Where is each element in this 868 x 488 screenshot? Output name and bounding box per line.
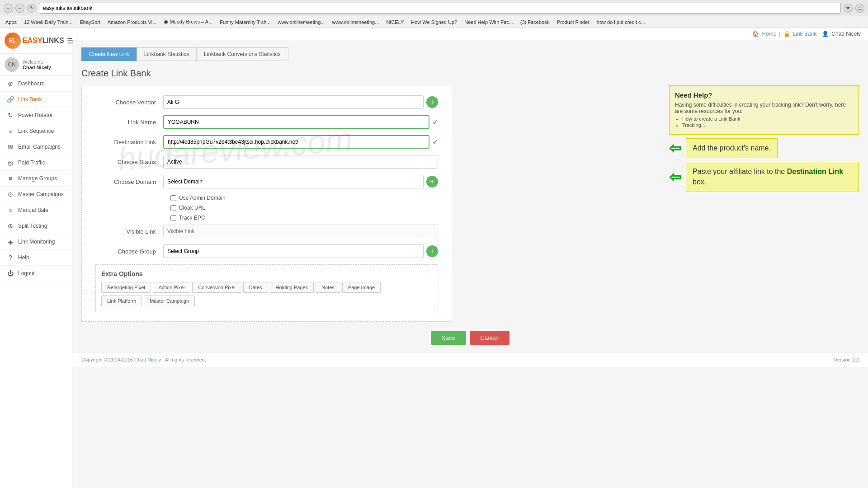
- choose-group-row: Choose Group Select Group +: [95, 244, 438, 258]
- extra-tab-master-campaign[interactable]: Master Campaign: [144, 296, 195, 306]
- extra-tab-notes[interactable]: Notes: [316, 282, 340, 293]
- bookmark-6[interactable]: www.onlinemeeting...: [276, 19, 326, 26]
- extra-tab-page-image[interactable]: Page Image: [342, 282, 381, 293]
- help-icon: ?: [6, 254, 14, 261]
- footer-author-link[interactable]: Chad Nicely: [134, 357, 161, 362]
- sidebar-item-link-sequence[interactable]: ≡ Link Sequence: [0, 123, 72, 139]
- apps-bookmark[interactable]: Apps: [4, 19, 19, 26]
- sidebar-item-manage-groups[interactable]: ≡ Manage Groups: [0, 171, 72, 187]
- cancel-button[interactable]: Cancel: [470, 331, 509, 345]
- sidebar-item-label: Link Bank: [18, 96, 42, 103]
- sidebar-item-link-monitoring[interactable]: ◈ Link Monitoring: [0, 234, 72, 250]
- sidebar-item-manual-sale[interactable]: ○ Manual Sale: [0, 202, 72, 218]
- extra-tab-retargeting-pixel[interactable]: Retargeting Pixel: [101, 282, 151, 293]
- choose-vendor-select[interactable]: Ali G: [163, 95, 424, 109]
- link-name-input[interactable]: [163, 115, 429, 129]
- page-title: Create Link Bank: [81, 68, 859, 79]
- sidebar-item-paid-traffic[interactable]: ◎ Paid Traffic: [0, 155, 72, 171]
- bookmark-1[interactable]: 12 Week Daily Train...: [22, 19, 74, 26]
- top-header: 🏠 Home | 🔒 Link Bank 👤 Chad Nicely: [72, 28, 868, 40]
- extra-options-title: Extra Options: [101, 270, 432, 277]
- bookmark-12[interactable]: Product Finder: [555, 19, 591, 26]
- add-vendor-button[interactable]: +: [426, 96, 438, 108]
- extensions-button[interactable]: ☰: [855, 4, 864, 13]
- extra-tab-conversion-pixel[interactable]: Conversion Pixel: [192, 282, 241, 293]
- choose-group-select[interactable]: Select Group: [163, 244, 424, 258]
- destination-link-wrap: ✓: [163, 135, 438, 149]
- link-sequence-icon: ≡: [6, 127, 14, 135]
- tab-linkbank-statistics[interactable]: Linkbank Statistics: [137, 47, 196, 61]
- refresh-button[interactable]: ↻: [27, 4, 36, 13]
- app-container: EL EASYLINKS ☰ CN Welcome Chad Nicely ⊕ …: [0, 28, 868, 488]
- extra-options-tabs-row2: Link Platform Master Campaign: [101, 296, 432, 306]
- footer-version: Version 2.2: [834, 357, 859, 362]
- sidebar-item-power-rotator[interactable]: ↻ Power Rotator: [0, 108, 72, 123]
- sidebar-item-logout[interactable]: ⏻ Logout: [0, 266, 72, 282]
- choose-domain-select[interactable]: Select Domain: [163, 175, 424, 188]
- manual-sale-icon: ○: [6, 206, 14, 214]
- need-help-items: How to create a Link Bank Tracking...: [682, 116, 853, 128]
- destination-link-label: Destination Link: [95, 139, 163, 145]
- visible-link-input[interactable]: [163, 225, 438, 238]
- bookmark-10[interactable]: Need Help With Fac...: [462, 19, 515, 26]
- bookmark-13[interactable]: how do i put credit c...: [595, 19, 647, 26]
- bookmark-11[interactable]: (3) Facebook: [519, 19, 552, 26]
- track-epc-checkbox[interactable]: [170, 215, 176, 221]
- sidebar-item-master-campaigns[interactable]: ⊙ Master Campaigns: [0, 187, 72, 202]
- choose-vendor-row: Choose Vendor Ali G +: [95, 95, 438, 109]
- bookmark-3[interactable]: Amazon Products Vi...: [106, 19, 159, 26]
- choose-status-wrap: Active: [163, 155, 438, 169]
- bookmark-5[interactable]: Funny Maternity T-sh...: [218, 19, 272, 26]
- extra-tab-link-platform[interactable]: Link Platform: [101, 296, 142, 306]
- bookmark-8[interactable]: NICELY: [384, 19, 406, 26]
- extra-tab-holding-pages[interactable]: Holding Pages: [270, 282, 314, 293]
- user-icon: 👤: [822, 31, 829, 37]
- tooltip-callout-2: ⇦ Paste your affiliate link to the Desti…: [669, 162, 859, 192]
- choose-group-label: Choose Group: [95, 248, 163, 255]
- choose-vendor-wrap: Ali G +: [163, 95, 438, 109]
- choose-status-select[interactable]: Active: [163, 155, 438, 169]
- admin-domain-checkbox[interactable]: [170, 195, 176, 201]
- bookmark-2[interactable]: EbaySort: [78, 19, 102, 26]
- choose-domain-label: Choose Domain: [95, 178, 163, 185]
- add-group-button[interactable]: +: [426, 245, 438, 257]
- choose-vendor-label: Choose Vendor: [95, 99, 163, 106]
- sidebar-item-split-testing[interactable]: ⊕ Split Testing: [0, 218, 72, 234]
- choose-domain-row: Choose Domain Select Domain +: [95, 175, 438, 188]
- tooltip-text-line3: box.: [693, 178, 706, 186]
- bookmark-7[interactable]: www.onlinemeeting...: [330, 19, 381, 26]
- sidebar-item-help[interactable]: ? Help: [0, 250, 72, 266]
- tooltip-callout-1: ⇦ Add the product's name.: [669, 138, 859, 158]
- breadcrumb-home[interactable]: Home: [762, 31, 776, 37]
- sidebar: EL EASYLINKS ☰ CN Welcome Chad Nicely ⊕ …: [0, 28, 72, 488]
- sidebar-item-label: Paid Traffic: [18, 160, 45, 166]
- tab-linkbank-conversions[interactable]: Linkbank Conversions Statistics: [196, 47, 288, 61]
- home-icon: 🏠: [752, 31, 759, 37]
- sidebar-item-email-campaigns[interactable]: ✉ Email Campaigns: [0, 139, 72, 155]
- sidebar-item-linkbank[interactable]: 🔗 Link Bank: [0, 92, 72, 108]
- bookmark-9[interactable]: How We Signed Up?: [409, 19, 459, 26]
- bookmark-4[interactable]: ◉ Moody Brews – A...: [162, 18, 214, 26]
- sidebar-item-label: Help: [18, 254, 29, 261]
- sidebar-item-dashboard[interactable]: ⊕ Dashboard: [0, 76, 72, 92]
- form-card: Choose Vendor Ali G + Link Name: [81, 86, 452, 322]
- destination-link-input[interactable]: [163, 135, 429, 149]
- footer: Copyright © 2014-2016 Chad Nicely . All …: [72, 352, 868, 367]
- save-button[interactable]: Save: [431, 331, 466, 345]
- breadcrumb-link[interactable]: Link Bank: [793, 31, 817, 37]
- footer-copyright: Copyright © 2014-2016 Chad Nicely . All …: [81, 357, 206, 362]
- url-bar[interactable]: [39, 3, 841, 14]
- breadcrumb-nav: 🏠 Home | 🔒 Link Bank: [752, 31, 816, 37]
- bookmarks-button[interactable]: ★: [844, 4, 853, 13]
- bookmark-bar: Apps 12 Week Daily Train... EbaySort Ama…: [0, 16, 868, 28]
- cloak-url-checkbox[interactable]: [170, 205, 176, 211]
- add-domain-button[interactable]: +: [426, 176, 438, 188]
- split-testing-icon: ⊕: [6, 222, 14, 230]
- admin-domain-row: Use Admin Domain: [170, 195, 438, 201]
- avatar: CN: [5, 57, 19, 72]
- tab-create-new-link[interactable]: Create New Link: [81, 47, 137, 61]
- extra-tab-dates[interactable]: Dates: [243, 282, 268, 293]
- back-button[interactable]: ←: [4, 4, 13, 13]
- forward-button[interactable]: →: [15, 4, 24, 13]
- extra-tab-action-pixel[interactable]: Action Pixel: [153, 282, 190, 293]
